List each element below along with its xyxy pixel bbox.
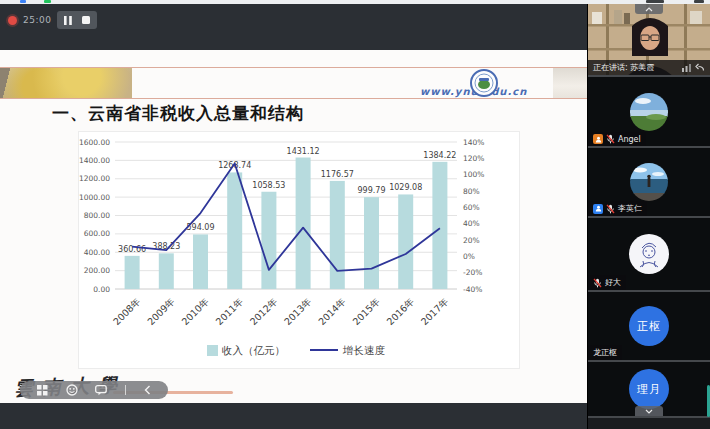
smiley-icon[interactable] — [66, 384, 78, 396]
screen-share-stage: 25:00 www.ynu.edu.cn — [0, 4, 587, 429]
stop-icon — [82, 16, 90, 24]
svg-text:400.00: 400.00 — [84, 248, 110, 257]
avatar-initials: 正枢 — [629, 306, 669, 346]
pause-recording-button[interactable] — [60, 13, 76, 27]
avatar-seaside-photo — [630, 163, 668, 201]
svg-text:2010年: 2010年 — [179, 295, 211, 327]
participant-name: 好大 — [605, 277, 621, 288]
svg-text:2011年: 2011年 — [214, 295, 246, 327]
svg-text:1176.57: 1176.57 — [321, 170, 354, 179]
svg-text:1600.00: 1600.00 — [79, 138, 110, 147]
svg-text:2012年: 2012年 — [248, 295, 280, 327]
svg-text:-20%: -20% — [463, 268, 482, 277]
participant-name-chip: 龙正枢 — [588, 345, 622, 360]
os-top-strip — [0, 0, 710, 4]
participant-tile[interactable]: 李英仁 — [588, 148, 710, 218]
svg-text:1431.12: 1431.12 — [287, 147, 320, 156]
pin-icon[interactable] — [695, 63, 705, 72]
svg-text:增长速度: 增长速度 — [342, 344, 386, 356]
speaking-label: 正在讲话: 苏美霞 — [593, 62, 654, 73]
participant-name-chip: 好大 — [588, 275, 626, 290]
svg-text:1000.00: 1000.00 — [79, 193, 110, 202]
header-rule-bottom — [0, 98, 587, 99]
svg-text:800.00: 800.00 — [84, 211, 110, 220]
host-role-icon — [593, 134, 603, 144]
svg-text:-40%: -40% — [463, 285, 482, 294]
svg-text:2017年: 2017年 — [419, 295, 451, 327]
university-url: www.ynu.edu.cn — [420, 86, 580, 97]
chevron-up-icon — [645, 7, 653, 12]
scroll-more-button[interactable] — [635, 406, 663, 416]
host-role-icon — [593, 204, 603, 214]
signal-strength-icon — [682, 63, 692, 72]
svg-text:2015年: 2015年 — [350, 295, 382, 327]
presentation-slide: www.ynu.edu.cn 一、云南省非税收入总量和结构 1600.00140… — [0, 50, 587, 403]
recording-timer: 25:00 — [23, 15, 51, 25]
active-speaker-bar: 正在讲话: 苏美霞 — [588, 60, 710, 75]
participant-tile[interactable]: 正枢龙正枢 — [588, 292, 710, 362]
meeting-window: 25:00 www.ynu.edu.cn — [0, 0, 710, 429]
annotation-toolbar — [20, 381, 168, 399]
participant-tile[interactable]: 正在讲话: 苏美霞 — [588, 4, 710, 77]
participant-name: 李英仁 — [618, 203, 642, 214]
svg-text:360.66: 360.66 — [118, 245, 146, 254]
svg-text:2008年: 2008年 — [111, 295, 143, 327]
toolbar-divider — [125, 385, 126, 395]
svg-text:1200.00: 1200.00 — [79, 174, 110, 183]
svg-text:100%: 100% — [463, 170, 484, 179]
svg-text:0%: 0% — [463, 252, 475, 261]
avatar-lake-photo — [630, 93, 668, 131]
svg-text:40%: 40% — [463, 219, 480, 228]
svg-text:200.00: 200.00 — [84, 266, 110, 275]
avatar-initials: 理月 — [629, 369, 669, 409]
recording-indicator: 25:00 — [8, 9, 97, 31]
svg-text:收入（亿元）: 收入（亿元） — [222, 344, 285, 356]
window-control-marks — [694, 0, 704, 3]
window-control-marks — [646, 0, 664, 3]
participant-name-chip: Angel — [588, 132, 646, 146]
svg-text:1400.00: 1400.00 — [79, 156, 110, 165]
svg-text:0.00: 0.00 — [93, 285, 110, 294]
mic-muted-icon — [606, 134, 615, 144]
university-logo-icon — [470, 69, 498, 97]
participant-tile-list: 正在讲话: 苏美霞Angel李英仁好大正枢龙正枢理月 — [588, 4, 710, 418]
svg-text:2014年: 2014年 — [316, 295, 348, 327]
participant-name: Angel — [618, 135, 641, 144]
chart-canvas: 1600.001400.001200.001000.00800.00600.00… — [79, 132, 519, 368]
slide-title: 一、云南省非税收入总量和结构 — [52, 102, 304, 125]
svg-text:120%: 120% — [463, 154, 484, 163]
campus-photo — [0, 68, 132, 98]
mic-muted-icon — [606, 204, 615, 214]
collapse-left-icon[interactable] — [144, 385, 151, 395]
pause-icon — [64, 16, 72, 25]
app-icon — [44, 0, 51, 3]
svg-text:1029.08: 1029.08 — [389, 183, 422, 192]
svg-text:999.79: 999.79 — [358, 186, 386, 195]
svg-text:2016年: 2016年 — [385, 295, 417, 327]
svg-text:140%: 140% — [463, 138, 484, 147]
browser-icon — [20, 0, 26, 3]
participant-tile[interactable]: Angel — [588, 77, 710, 148]
svg-text:80%: 80% — [463, 187, 480, 196]
grid-icon[interactable] — [37, 385, 48, 396]
svg-text:20%: 20% — [463, 236, 480, 245]
svg-text:2013年: 2013年 — [282, 295, 314, 327]
stop-recording-button[interactable] — [78, 13, 94, 27]
avatar-sketch-drawing — [629, 234, 669, 274]
collapse-sidebar-button[interactable] — [635, 4, 663, 14]
chat-icon[interactable] — [95, 385, 107, 396]
participants-sidebar: 正在讲话: 苏美霞Angel李英仁好大正枢龙正枢理月 — [587, 4, 710, 429]
participant-name: 龙正枢 — [593, 347, 617, 358]
svg-text:60%: 60% — [463, 203, 480, 212]
revenue-growth-chart: 1600.001400.001200.001000.00800.00600.00… — [78, 131, 520, 369]
svg-text:600.00: 600.00 — [84, 229, 110, 238]
svg-text:1058.53: 1058.53 — [252, 181, 285, 190]
svg-text:2009年: 2009年 — [145, 295, 177, 327]
chevron-down-icon — [645, 409, 653, 414]
mic-muted-icon — [593, 278, 602, 288]
record-icon — [8, 16, 17, 25]
participant-tile[interactable]: 好大 — [588, 218, 710, 292]
participant-tile[interactable]: 理月 — [588, 362, 710, 418]
svg-text:1384.22: 1384.22 — [423, 151, 456, 160]
participant-name-chip: 李英仁 — [588, 201, 647, 216]
